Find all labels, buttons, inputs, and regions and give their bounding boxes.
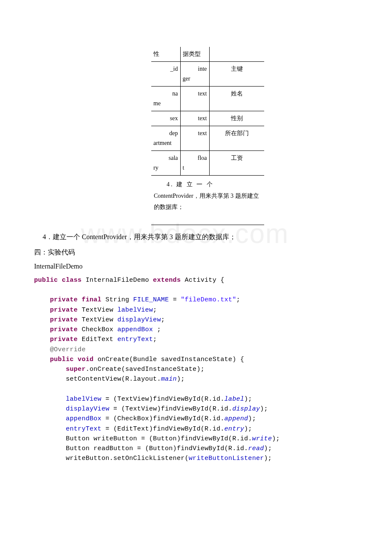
header-attrib: 性 <box>151 47 180 62</box>
rid-main: main <box>161 376 177 383</box>
annotation-override: @Override <box>50 346 86 353</box>
base-class: Activity <box>185 277 216 284</box>
frame-bottom <box>151 217 264 225</box>
table-row: dep text 所在部门 <box>151 126 264 139</box>
str-filedemo: "fileDemo.txt" <box>181 296 236 304</box>
table-row: me <box>151 99 264 111</box>
rid-append: append <box>225 415 248 422</box>
rid-entry: entry <box>225 425 245 433</box>
table-row: sex text 性别 <box>151 111 264 126</box>
schema-table: 性 据类型 _id inte 主键 ger na text 姓 <box>151 47 264 225</box>
note-row: 4. 建 立 一 个 ContentProvider，用来共享第 3 题所建立的… <box>151 175 264 216</box>
outer-frame-table: 性 据类型 _id inte 主键 ger na text 姓 <box>60 47 264 225</box>
header-type: 据类型 <box>180 47 209 62</box>
table-row: artment <box>151 139 264 151</box>
table-row: _id inte 主键 <box>151 62 264 74</box>
rid-write: write <box>252 435 272 442</box>
kw-class: class <box>62 277 82 284</box>
fn-oncreate: onCreate <box>98 356 129 363</box>
rid-display: display <box>232 405 260 413</box>
header-desc <box>209 47 264 62</box>
table-row: sala floa 工资 <box>151 151 264 163</box>
kw-final: final <box>82 296 102 304</box>
fld-labelview: labelView <box>117 306 153 314</box>
table-row: ry t <box>151 163 264 176</box>
table-row: na text 姓名 <box>151 87 264 99</box>
note-line2: ContentProvider，用来共享第 3 题所建立的数据库； <box>154 191 262 213</box>
cls-name: InternalFileDemo <box>86 277 149 284</box>
note-line1: 4. 建 立 一 个 <box>154 179 262 191</box>
kw-private: private <box>50 296 78 304</box>
kw-super: super <box>66 366 86 373</box>
fld-entrytext: entryText <box>117 336 153 343</box>
kw-void: void <box>78 356 93 363</box>
class-label: InternalFileDemo <box>34 261 358 272</box>
rid-read: read <box>248 445 264 452</box>
rid-label: label <box>225 396 245 403</box>
table-header: 性 据类型 <box>151 47 264 62</box>
paragraph-4: 4．建立一个 ContentProvider，用来共享第 3 题所建立的数据库； <box>34 231 358 243</box>
writelistener: writeButtonListener <box>189 455 264 462</box>
kw-public: public <box>34 277 58 284</box>
fld-displayview: displayView <box>117 316 161 324</box>
fld-appendbox: appendBox <box>117 326 153 333</box>
file-name-const: FILE_NAME <box>133 296 169 304</box>
kw-extends: extends <box>153 277 181 284</box>
code-block: public class InternalFileDemo extends Ac… <box>34 275 358 464</box>
section-heading: 四：实验代码 <box>34 247 358 258</box>
table-row: ger <box>151 74 264 87</box>
